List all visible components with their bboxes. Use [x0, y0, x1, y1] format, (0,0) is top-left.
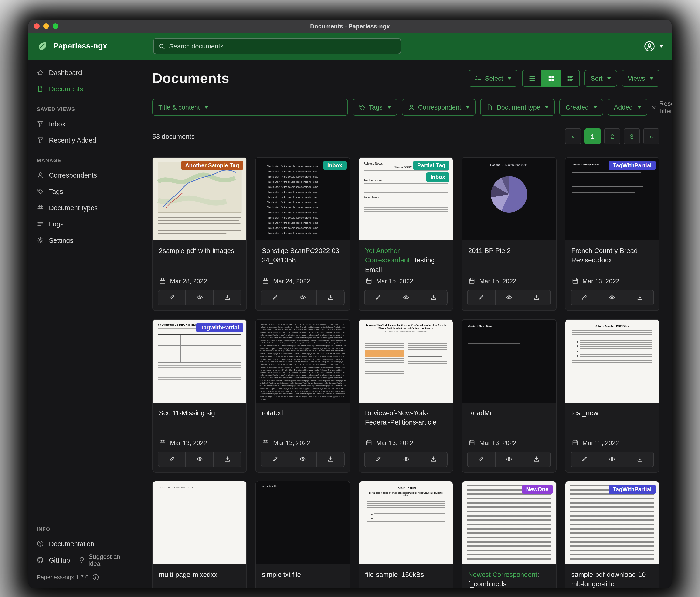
- document-thumbnail[interactable]: Patient BP Distribution 2011: [462, 158, 556, 240]
- tag-badge[interactable]: Partial Tag: [413, 161, 449, 170]
- created-filter-button[interactable]: Created: [559, 99, 603, 116]
- edit-button[interactable]: [468, 452, 495, 467]
- correspondent-link[interactable]: Newest Correspondent: [468, 571, 537, 578]
- correspondent-filter-button[interactable]: Correspondent: [402, 99, 476, 116]
- tags-filter-button[interactable]: Tags: [353, 99, 397, 116]
- tag-badge[interactable]: TagWithPartial: [609, 161, 656, 170]
- document-thumbnail[interactable]: Lorem ipsumLorem ipsum dolor sit amet, c…: [359, 481, 453, 564]
- download-button[interactable]: [317, 290, 344, 305]
- document-thumbnail[interactable]: NewOne: [462, 481, 556, 564]
- tag-badge[interactable]: TagWithPartial: [196, 323, 243, 332]
- edit-button[interactable]: [468, 290, 495, 305]
- document-thumbnail[interactable]: Release NotesSimba ODBC Driver for SQL S…: [359, 158, 453, 240]
- view-button[interactable]: [289, 452, 317, 467]
- pagination-next-button[interactable]: »: [643, 128, 659, 144]
- document-thumbnail[interactable]: TagWithPartial: [565, 481, 659, 564]
- view-grid-button[interactable]: [541, 70, 561, 87]
- brand[interactable]: Paperless-ngx: [37, 40, 107, 52]
- view-list-button[interactable]: [522, 70, 542, 87]
- document-title[interactable]: Sonstige ScanPC2022 03-24_081058: [262, 246, 344, 274]
- document-title[interactable]: sample-pdf-download-10-mb-longer-title: [571, 570, 653, 588]
- document-thumbnail[interactable]: Contact Sheet Demo: [462, 320, 556, 403]
- document-title[interactable]: Yet Another Correspondent: Testing Email: [365, 246, 447, 274]
- sidebar-item-suggest-an-idea[interactable]: Suggest an idea: [78, 553, 140, 567]
- document-title[interactable]: Review-of-New-York-Federal-Petitions-art…: [365, 408, 447, 436]
- edit-button[interactable]: [365, 452, 392, 467]
- document-thumbnail[interactable]: Another Sample Tag: [153, 158, 247, 240]
- document-thumbnail[interactable]: This is a multi page document. Page 1.: [153, 481, 247, 564]
- document-title[interactable]: French Country Bread Revised.docx: [571, 246, 653, 274]
- document-thumbnail[interactable]: French Country BreadTagWithPartial: [565, 158, 659, 240]
- view-button[interactable]: [598, 290, 626, 305]
- document-title[interactable]: file-sample_150kBs: [365, 570, 447, 588]
- view-button[interactable]: [392, 452, 420, 467]
- document-title[interactable]: Newest Correspondent: f_combineds: [468, 570, 550, 588]
- view-button[interactable]: [185, 290, 213, 305]
- tag-badge[interactable]: Inbox: [323, 161, 347, 170]
- download-button[interactable]: [626, 290, 653, 305]
- edit-button[interactable]: [261, 290, 289, 305]
- edit-button[interactable]: [158, 290, 185, 305]
- sidebar-item-github[interactable]: GitHub: [28, 552, 78, 568]
- tag-badge[interactable]: NewOne: [522, 485, 553, 494]
- minimize-window-button[interactable]: [43, 23, 49, 29]
- sort-button[interactable]: Sort: [584, 70, 617, 87]
- download-button[interactable]: [419, 290, 447, 305]
- reset-filters-button[interactable]: × Reset filters: [652, 100, 672, 115]
- document-thumbnail[interactable]: This is the text that appears on the fir…: [256, 320, 350, 403]
- title-content-dropdown[interactable]: Title & content: [152, 99, 214, 116]
- download-button[interactable]: [213, 452, 241, 467]
- pagination-page-button[interactable]: 1: [584, 128, 601, 144]
- document-title[interactable]: 2sample-pdf-with-images: [159, 246, 241, 274]
- pagination-prev-button[interactable]: «: [565, 128, 581, 144]
- document-thumbnail[interactable]: Review of New York Federal Petitions for…: [359, 320, 453, 403]
- tag-badge[interactable]: Another Sample Tag: [181, 161, 243, 170]
- sidebar-item-document-types[interactable]: Document types: [28, 199, 140, 216]
- sidebar-item-tags[interactable]: Tags: [28, 183, 140, 199]
- zoom-window-button[interactable]: [53, 23, 58, 29]
- edit-button[interactable]: [158, 452, 185, 467]
- views-button[interactable]: Views: [622, 70, 659, 87]
- document-thumbnail[interactable]: This is a test file.: [256, 481, 350, 564]
- correspondent-link[interactable]: Yet Another Correspondent: [365, 247, 410, 264]
- sidebar-item-logs[interactable]: Logs: [28, 216, 140, 232]
- sidebar-item-documentation[interactable]: Documentation: [28, 535, 140, 552]
- view-button[interactable]: [598, 452, 626, 467]
- document-title[interactable]: 2011 BP Pie 2: [468, 246, 550, 274]
- view-button[interactable]: [495, 452, 523, 467]
- added-filter-button[interactable]: Added: [608, 99, 647, 116]
- sidebar-item-documents[interactable]: Documents: [28, 80, 140, 97]
- sidebar-item-recently-added[interactable]: Recently Added: [28, 132, 140, 148]
- download-button[interactable]: [523, 452, 550, 467]
- title-content-input[interactable]: [214, 99, 348, 116]
- tag-badge[interactable]: TagWithPartial: [609, 485, 656, 494]
- document-type-filter-button[interactable]: Document type: [480, 99, 555, 116]
- view-button[interactable]: [289, 290, 317, 305]
- edit-button[interactable]: [571, 452, 598, 467]
- view-button[interactable]: [185, 452, 213, 467]
- edit-button[interactable]: [261, 452, 289, 467]
- pagination-page-button[interactable]: 2: [604, 128, 620, 144]
- edit-button[interactable]: [365, 290, 392, 305]
- download-button[interactable]: [523, 290, 550, 305]
- document-thumbnail[interactable]: This is a test for the double space char…: [256, 158, 350, 240]
- document-title[interactable]: simple txt file: [262, 570, 344, 588]
- user-menu-button[interactable]: [644, 40, 663, 52]
- document-thumbnail[interactable]: Adobe Acrobat PDF Files: [565, 320, 659, 403]
- download-button[interactable]: [213, 290, 241, 305]
- document-title[interactable]: rotated: [262, 408, 344, 436]
- document-title[interactable]: ReadMe: [468, 408, 550, 436]
- sidebar-item-settings[interactable]: Settings: [28, 232, 140, 248]
- view-detail-button[interactable]: [560, 70, 580, 87]
- window-titlebar[interactable]: Documents - Paperless-ngx: [28, 20, 672, 33]
- select-button[interactable]: Select: [469, 70, 518, 87]
- view-button[interactable]: [392, 290, 420, 305]
- sidebar-item-correspondents[interactable]: Correspondents: [28, 167, 140, 183]
- edit-button[interactable]: [571, 290, 598, 305]
- document-thumbnail[interactable]: 1.1 CONTINUING MEDICAL EDUCATagWithParti…: [153, 320, 247, 403]
- download-button[interactable]: [626, 452, 653, 467]
- search-input[interactable]: [169, 42, 396, 50]
- tag-badge[interactable]: Inbox: [426, 172, 449, 182]
- pagination-page-button[interactable]: 3: [624, 128, 640, 144]
- sidebar-item-dashboard[interactable]: Dashboard: [28, 64, 140, 80]
